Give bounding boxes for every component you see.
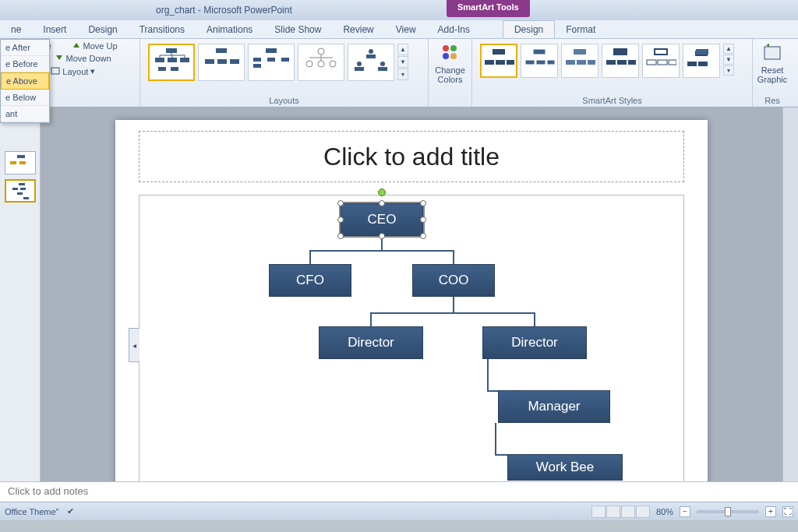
resize-handle-w[interactable] bbox=[337, 217, 344, 223]
layouts-group-label: Layouts bbox=[145, 96, 423, 107]
svg-point-23 bbox=[318, 61, 324, 67]
svg-point-33 bbox=[443, 45, 449, 51]
tab-smartart-design[interactable]: Design bbox=[503, 20, 555, 38]
view-reading-button[interactable] bbox=[621, 506, 635, 518]
smartart-container[interactable]: ◂ CEO bbox=[139, 195, 684, 481]
change-colors-button[interactable]: Change Colors bbox=[433, 41, 467, 86]
org-node-ceo[interactable]: CEO bbox=[341, 203, 423, 236]
svg-rect-58 bbox=[696, 49, 708, 55]
svg-rect-49 bbox=[614, 49, 627, 55]
layouts-gallery-up[interactable]: ▲ bbox=[397, 44, 408, 55]
org-node-director-2[interactable]: Director bbox=[482, 326, 587, 359]
org-node-workbee[interactable]: Work Bee bbox=[507, 454, 623, 481]
layout-option-3[interactable] bbox=[248, 44, 295, 81]
zoom-level[interactable]: 80% bbox=[656, 507, 673, 516]
svg-rect-41 bbox=[533, 49, 546, 55]
view-normal-button[interactable] bbox=[591, 506, 606, 518]
ribbon-tabs: ne Insert Design Transitions Animations … bbox=[0, 20, 798, 39]
dropdown-before[interactable]: e Before bbox=[1, 56, 49, 72]
org-node-cfo[interactable]: CFO bbox=[269, 264, 351, 297]
style-option-6[interactable] bbox=[683, 44, 720, 78]
tab-insert[interactable]: Insert bbox=[32, 21, 77, 38]
org-node-director-1[interactable]: Director bbox=[319, 326, 423, 359]
zoom-out-button[interactable]: − bbox=[680, 506, 690, 517]
org-node-manager[interactable]: Manager bbox=[498, 390, 610, 423]
svg-rect-59 bbox=[687, 62, 697, 66]
rotate-handle[interactable] bbox=[378, 188, 386, 196]
svg-rect-30 bbox=[355, 67, 364, 71]
title-placeholder[interactable]: Click to add title bbox=[139, 131, 684, 182]
resize-handle-se[interactable] bbox=[420, 233, 426, 239]
tab-slideshow[interactable]: Slide Show bbox=[263, 21, 332, 38]
tab-addins[interactable]: Add-Ins bbox=[427, 21, 481, 38]
styles-group-label: SmartArt Styles bbox=[477, 96, 747, 107]
svg-rect-48 bbox=[588, 60, 595, 65]
tab-view[interactable]: View bbox=[385, 21, 427, 38]
style-option-5[interactable] bbox=[642, 44, 680, 78]
svg-rect-45 bbox=[574, 49, 586, 55]
notes-pane[interactable]: Click to add notes bbox=[0, 481, 798, 502]
tab-home[interactable]: ne bbox=[0, 21, 32, 38]
resize-handle-s[interactable] bbox=[379, 233, 385, 239]
svg-rect-3 bbox=[168, 58, 177, 62]
zoom-slider[interactable] bbox=[697, 510, 759, 513]
styles-gallery-down[interactable]: ▼ bbox=[723, 55, 734, 65]
tab-smartart-format[interactable]: Format bbox=[555, 21, 606, 38]
vertical-scrollbar[interactable] bbox=[782, 107, 798, 481]
svg-rect-53 bbox=[655, 49, 667, 55]
document-title: org_chart - Microsoft PowerPoint bbox=[156, 5, 292, 16]
svg-point-24 bbox=[330, 61, 336, 67]
svg-rect-0 bbox=[51, 68, 59, 74]
zoom-slider-thumb[interactable] bbox=[725, 507, 731, 516]
svg-rect-32 bbox=[378, 67, 387, 71]
layout-option-1[interactable] bbox=[148, 44, 195, 81]
svg-rect-42 bbox=[525, 60, 535, 65]
dropdown-below[interactable]: e Below bbox=[1, 90, 49, 106]
svg-rect-56 bbox=[669, 60, 676, 65]
layouts-gallery-down[interactable]: ▼ bbox=[397, 56, 408, 68]
dropdown-after[interactable]: e After bbox=[1, 40, 49, 56]
svg-rect-1 bbox=[166, 48, 177, 53]
layout-button[interactable]: Layout ▾ bbox=[48, 65, 97, 77]
org-node-coo[interactable]: COO bbox=[412, 264, 495, 297]
tab-design[interactable]: Design bbox=[77, 21, 128, 38]
dropdown-assistant[interactable]: ant bbox=[1, 106, 49, 122]
reset-graphic-button[interactable]: Reset Graphic bbox=[757, 41, 787, 86]
layout-option-2[interactable] bbox=[198, 44, 245, 81]
fit-to-window-button[interactable]: ⛶ bbox=[782, 506, 793, 517]
slide-thumb-2[interactable] bbox=[5, 179, 36, 203]
style-option-3[interactable] bbox=[561, 44, 598, 78]
tab-transitions[interactable]: Transitions bbox=[129, 21, 196, 38]
text-pane-toggle[interactable]: ◂ bbox=[129, 328, 139, 362]
resize-handle-n[interactable] bbox=[379, 200, 385, 206]
notes-placeholder: Click to add notes bbox=[8, 485, 88, 497]
resize-handle-ne[interactable] bbox=[420, 200, 426, 206]
style-option-2[interactable] bbox=[521, 44, 558, 78]
resize-handle-e[interactable] bbox=[420, 217, 426, 223]
svg-rect-19 bbox=[267, 58, 275, 62]
reset-group-label: Res bbox=[757, 96, 787, 107]
style-option-4[interactable] bbox=[602, 44, 639, 78]
spellcheck-icon[interactable]: ✔ bbox=[67, 506, 74, 516]
styles-gallery-more[interactable]: ▾ bbox=[723, 65, 734, 76]
svg-rect-61 bbox=[764, 47, 780, 59]
zoom-in-button[interactable]: + bbox=[765, 506, 776, 517]
move-down-button[interactable]: Move Down bbox=[52, 53, 114, 64]
layout-option-4[interactable] bbox=[298, 44, 344, 81]
move-up-button[interactable]: Move Up bbox=[69, 41, 120, 51]
layouts-gallery-more[interactable]: ▾ bbox=[397, 69, 408, 80]
svg-rect-44 bbox=[547, 60, 555, 65]
view-slideshow-button[interactable] bbox=[636, 506, 650, 518]
tab-animations[interactable]: Animations bbox=[196, 21, 263, 38]
resize-handle-sw[interactable] bbox=[337, 233, 344, 239]
styles-gallery-up[interactable]: ▲ bbox=[723, 44, 734, 54]
dropdown-above[interactable]: e Above bbox=[1, 72, 49, 90]
tab-review[interactable]: Review bbox=[332, 21, 384, 38]
status-theme: Office Theme" bbox=[5, 507, 59, 516]
slide-thumb-1[interactable] bbox=[5, 151, 36, 174]
style-option-1[interactable] bbox=[480, 44, 517, 78]
resize-handle-nw[interactable] bbox=[337, 200, 344, 206]
layout-option-5[interactable] bbox=[348, 44, 394, 81]
view-sorter-button[interactable] bbox=[606, 506, 620, 518]
slide-canvas[interactable]: Click to add title ◂ CEO bbox=[41, 107, 782, 481]
